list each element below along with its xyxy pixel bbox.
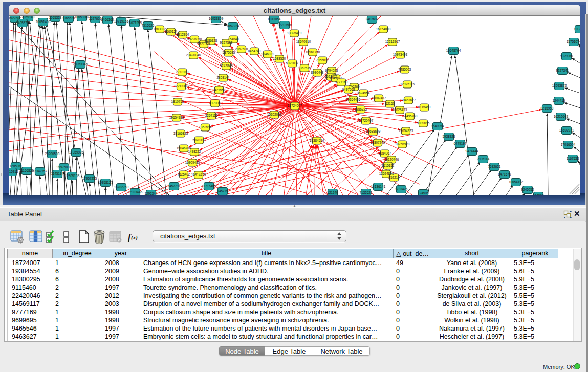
svg-text:1615152: 1615152 xyxy=(382,164,395,167)
svg-text:19654923: 19654923 xyxy=(399,129,413,133)
svg-text:10654112: 10654112 xyxy=(509,180,523,184)
svg-text:5878312: 5878312 xyxy=(193,138,206,142)
svg-text:10807487: 10807487 xyxy=(372,96,386,100)
svg-text:8454749: 8454749 xyxy=(248,49,261,53)
svg-text:9242848: 9242848 xyxy=(220,64,233,68)
svg-text:7132621: 7132621 xyxy=(360,191,373,194)
svg-text:17359926: 17359926 xyxy=(69,150,84,154)
svg-text:1112185: 1112185 xyxy=(574,27,580,31)
svg-text:15751074: 15751074 xyxy=(567,40,580,43)
svg-text:7955812: 7955812 xyxy=(316,58,329,62)
svg-text:17016504: 17016504 xyxy=(561,143,576,146)
svg-text:924505: 924505 xyxy=(533,194,544,195)
svg-text:16961758: 16961758 xyxy=(306,50,320,54)
svg-text:1498222: 1498222 xyxy=(188,150,201,154)
svg-text:12213383: 12213383 xyxy=(174,84,189,88)
svg-text:16648764: 16648764 xyxy=(446,49,461,52)
svg-text:2718119: 2718119 xyxy=(176,70,189,74)
svg-text:18640910: 18640910 xyxy=(296,40,311,43)
svg-text:7515526: 7515526 xyxy=(142,24,155,27)
svg-text:20206598: 20206598 xyxy=(45,152,60,156)
svg-text:6794028: 6794028 xyxy=(325,69,338,72)
svg-text:7485003: 7485003 xyxy=(399,68,411,71)
svg-text:1145134: 1145134 xyxy=(51,172,64,176)
svg-text:1527602: 1527602 xyxy=(89,17,102,20)
svg-text:7632621: 7632621 xyxy=(488,165,501,168)
svg-text:8471676: 8471676 xyxy=(498,172,511,176)
svg-text:9777169: 9777169 xyxy=(335,80,348,84)
svg-text:12213967: 12213967 xyxy=(385,40,400,43)
svg-text:6479197: 6479197 xyxy=(454,142,467,145)
svg-text:16033809: 16033809 xyxy=(209,17,224,20)
svg-text:16909485: 16909485 xyxy=(185,161,200,164)
svg-text:19166825: 19166825 xyxy=(173,132,188,135)
svg-text:1527602: 1527602 xyxy=(9,16,21,20)
svg-text:8912954: 8912954 xyxy=(177,33,189,36)
svg-text:12505135: 12505135 xyxy=(65,174,80,178)
svg-text:16914479: 16914479 xyxy=(191,173,206,177)
svg-text:3915913: 3915913 xyxy=(9,170,18,173)
svg-text:5322037: 5322037 xyxy=(286,61,299,65)
svg-text:13325419: 13325419 xyxy=(287,31,302,35)
svg-text:1810755: 1810755 xyxy=(171,100,184,103)
svg-text:15720407: 15720407 xyxy=(359,119,374,122)
svg-text:8990448: 8990448 xyxy=(311,71,324,74)
svg-text:12923446: 12923446 xyxy=(128,190,143,194)
svg-text:124505: 124505 xyxy=(418,191,429,195)
svg-text:10719155: 10719155 xyxy=(114,19,129,23)
svg-text:945779: 945779 xyxy=(217,189,228,193)
svg-text:10025433: 10025433 xyxy=(393,108,407,112)
svg-text:7857224: 7857224 xyxy=(227,24,239,28)
svg-text:2069140: 2069140 xyxy=(22,16,35,19)
svg-text:5875685: 5875685 xyxy=(223,51,235,54)
svg-text:3624554: 3624554 xyxy=(357,91,370,95)
svg-text:9245052: 9245052 xyxy=(521,188,534,191)
svg-text:9089695: 9089695 xyxy=(417,121,430,125)
svg-text:20364436: 20364436 xyxy=(346,98,361,101)
svg-text:10688609: 10688609 xyxy=(366,129,381,133)
svg-text:1405571: 1405571 xyxy=(16,21,29,25)
svg-text:8427552: 8427552 xyxy=(213,88,226,92)
svg-text:8186328: 8186328 xyxy=(205,39,217,42)
svg-text:1362615: 1362615 xyxy=(298,66,311,70)
svg-text:417006: 417006 xyxy=(209,101,221,105)
svg-text:16671355: 16671355 xyxy=(127,21,142,25)
svg-text:19384554: 19384554 xyxy=(310,139,324,142)
svg-text:23420046: 23420046 xyxy=(186,53,201,57)
svg-text:154640: 154640 xyxy=(228,37,239,41)
svg-text:62160: 62160 xyxy=(385,102,395,105)
svg-text:9327509: 9327509 xyxy=(198,42,210,46)
svg-text:252214: 252214 xyxy=(388,176,400,179)
svg-text:10958127: 10958127 xyxy=(98,181,113,184)
svg-text:14495768: 14495768 xyxy=(403,114,418,118)
svg-text:6466160: 6466160 xyxy=(101,18,114,21)
svg-text:99975887: 99975887 xyxy=(57,165,72,169)
svg-text:18724007: 18724007 xyxy=(288,104,302,107)
svg-text:121240: 121240 xyxy=(327,191,338,194)
svg-text:11156829: 11156829 xyxy=(19,169,34,172)
svg-text:1065528: 1065528 xyxy=(62,16,75,20)
svg-text:10756928: 10756928 xyxy=(395,142,410,146)
svg-text:(x): (x) xyxy=(131,234,138,241)
svg-text:53226058: 53226058 xyxy=(187,37,202,41)
svg-text:12342757: 12342757 xyxy=(33,169,48,173)
svg-text:7625402: 7625402 xyxy=(178,172,190,176)
svg-text:1353594: 1353594 xyxy=(199,125,212,129)
svg-text:17957255: 17957255 xyxy=(82,177,97,180)
svg-text:9474444: 9474444 xyxy=(466,149,478,153)
svg-text:9084067: 9084067 xyxy=(379,151,391,155)
svg-text:15046766: 15046766 xyxy=(177,146,191,150)
svg-text:9115460: 9115460 xyxy=(418,105,431,109)
svg-text:7986322: 7986322 xyxy=(355,107,367,111)
svg-text:15692971: 15692971 xyxy=(559,128,574,132)
svg-text:1733426: 1733426 xyxy=(395,187,408,191)
svg-text:8215958: 8215958 xyxy=(541,106,554,110)
svg-text:16120746: 16120746 xyxy=(384,158,399,161)
svg-text:1065328: 1065328 xyxy=(49,16,62,19)
svg-text:9146821: 9146821 xyxy=(262,52,274,56)
svg-text:14136141: 14136141 xyxy=(371,185,386,188)
svg-text:10653287: 10653287 xyxy=(75,16,90,19)
svg-text:13524851: 13524851 xyxy=(379,172,394,176)
svg-text:12975115: 12975115 xyxy=(400,82,415,86)
svg-text:1285061: 1285061 xyxy=(10,164,23,168)
